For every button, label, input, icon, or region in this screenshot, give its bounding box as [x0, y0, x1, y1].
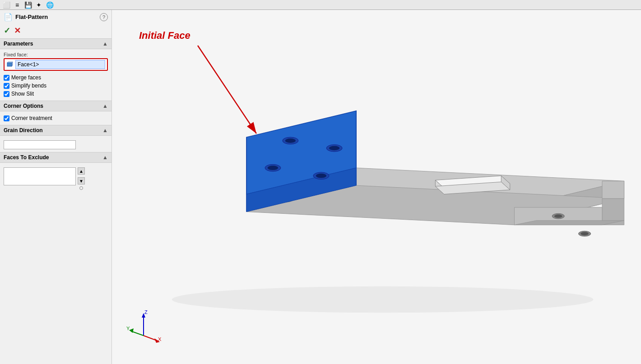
left-panel: 📄 Flat-Pattern ? ✓ ✕ Parameters ▲ Fixed … [0, 10, 112, 364]
fixed-face-box [4, 58, 108, 71]
merge-faces-row: Merge faces [4, 74, 108, 82]
annotation-text: Initial Face [139, 30, 190, 41]
show-slit-label: Show Slit [11, 91, 34, 97]
merge-faces-checkbox[interactable] [4, 75, 9, 81]
flat-pattern-icon: 📄 [4, 13, 13, 21]
toolbar-icon-1[interactable]: ⬜ [2, 0, 11, 9]
svg-point-28 [285, 138, 296, 143]
svg-text:Z: Z [144, 309, 148, 315]
grain-direction-section-header[interactable]: Grain Direction ▲ [0, 125, 111, 136]
grain-direction-collapse-icon: ▲ [102, 127, 108, 134]
faces-exclude-input[interactable] [4, 167, 76, 185]
svg-rect-0 [7, 63, 12, 66]
panel-header: 📄 Flat-Pattern ? [0, 10, 111, 24]
canvas-area: Initial Face Z X [112, 10, 641, 364]
model-container [112, 10, 641, 364]
annotation-group: Initial Face [139, 30, 190, 41]
corner-options-content: Corner treatment [0, 111, 111, 125]
exclude-scroll-up[interactable]: ▲ [78, 167, 85, 175]
toolbar: ⬜ ≡ 💾 ✦ 🌐 [0, 0, 641, 10]
parameters-label: Parameters [4, 41, 33, 47]
help-icon[interactable]: ? [100, 13, 108, 21]
fixed-face-label: Fixed face: [4, 52, 108, 57]
panel-title-text: Flat-Pattern [15, 14, 48, 20]
svg-point-4 [172, 286, 594, 313]
faces-exclude-section-header[interactable]: Faces To Exclude ▲ [0, 152, 111, 163]
svg-marker-13 [602, 181, 624, 198]
svg-point-22 [581, 232, 589, 235]
face-input-row [6, 60, 105, 69]
simplify-bends-label: Simplify bends [11, 83, 46, 89]
toolbar-icon-2[interactable]: ≡ [13, 0, 22, 9]
panel-title-group: 📄 Flat-Pattern [4, 13, 48, 21]
cancel-button[interactable]: ✕ [14, 26, 21, 36]
parameters-collapse-icon: ▲ [102, 41, 108, 47]
svg-marker-2 [7, 62, 13, 63]
show-slit-checkbox[interactable] [4, 91, 9, 97]
fixed-face-input[interactable] [15, 60, 105, 69]
corner-treatment-row: Corner treatment [4, 114, 108, 122]
exclude-scroll-down[interactable]: ▼ [78, 177, 85, 184]
svg-point-20 [554, 214, 562, 218]
exclude-scroll-indicator [79, 186, 83, 190]
simplify-bends-row: Simplify bends [4, 82, 108, 90]
parameters-section-header[interactable]: Parameters ▲ [0, 38, 111, 49]
corner-treatment-label: Corner treatment [11, 115, 52, 121]
grain-direction-label: Grain Direction [4, 127, 43, 134]
main-layout: 📄 Flat-Pattern ? ✓ ✕ Parameters ▲ Fixed … [0, 10, 641, 364]
axis-indicator: Z X Y [125, 309, 162, 346]
show-slit-row: Show Slit [4, 90, 108, 98]
toolbar-icon-5[interactable]: 🌐 [45, 0, 54, 9]
toolbar-icon-3[interactable]: 💾 [23, 0, 33, 9]
svg-text:X: X [158, 336, 162, 342]
svg-point-30 [329, 146, 339, 151]
confirm-button[interactable]: ✓ [4, 26, 10, 36]
toolbar-icon-4[interactable]: ✦ [34, 0, 43, 9]
face-selector-icon [6, 61, 14, 68]
confirm-cancel-row: ✓ ✕ [0, 24, 111, 38]
grain-direction-input[interactable] [4, 140, 76, 149]
corner-options-collapse-icon: ▲ [102, 103, 108, 109]
faces-exclude-label: Faces To Exclude [4, 154, 49, 161]
svg-text:Y: Y [126, 326, 130, 331]
corner-options-section-header[interactable]: Corner Options ▲ [0, 101, 111, 111]
faces-exclude-collapse-icon: ▲ [102, 154, 108, 161]
svg-point-32 [268, 166, 278, 170]
faces-exclude-content: ▲ ▼ [0, 163, 111, 193]
exclude-input-row: ▲ ▼ [4, 166, 108, 190]
merge-faces-label: Merge faces [11, 74, 41, 81]
svg-point-34 [316, 174, 326, 178]
simplify-bends-checkbox[interactable] [4, 83, 9, 89]
panel-actions: ? [100, 13, 108, 21]
corner-treatment-checkbox[interactable] [4, 115, 9, 121]
parameters-content: Fixed face: Merge faces [0, 49, 111, 101]
corner-options-label: Corner Options [4, 103, 43, 109]
grain-direction-content [0, 136, 111, 152]
